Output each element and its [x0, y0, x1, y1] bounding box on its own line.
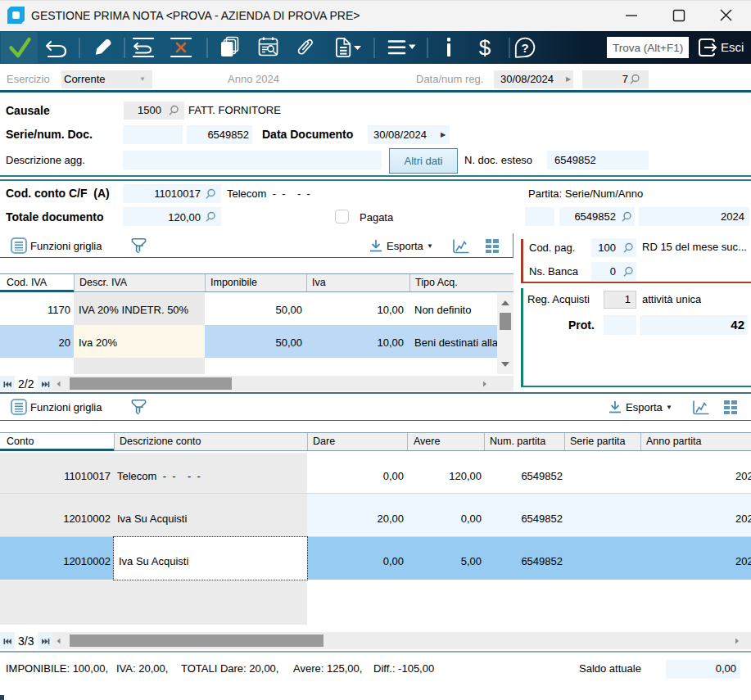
- svg-text:$: $: [479, 35, 491, 60]
- svg-text:Trova (Alt+F1): Trova (Alt+F1): [613, 42, 683, 54]
- svg-text:Esci: Esci: [721, 40, 744, 54]
- svg-text:?: ?: [521, 41, 528, 55]
